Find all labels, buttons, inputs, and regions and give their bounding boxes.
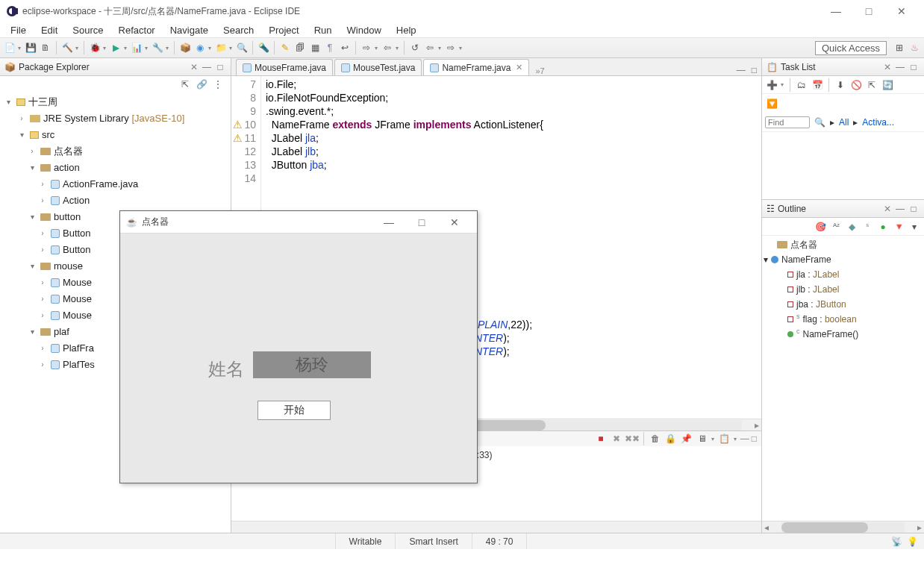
outline-field-jlb[interactable]: jlb : JLabel <box>796 282 839 297</box>
hide-fields-icon[interactable]: ◆ <box>845 220 858 234</box>
file-action[interactable]: Action <box>63 192 90 209</box>
task-filter-icon[interactable]: 🔽 <box>765 97 778 110</box>
new-icon[interactable]: 📄 <box>3 41 16 54</box>
window-close-button[interactable]: ✕ <box>885 0 918 22</box>
open-type-icon[interactable]: 🔍 <box>235 41 249 54</box>
hide-static-icon[interactable]: ˢ <box>861 220 874 234</box>
menu-run[interactable]: Run <box>307 23 340 37</box>
search-icon[interactable]: 🔦 <box>257 41 270 54</box>
pkg-plaf[interactable]: plaf <box>54 324 69 340</box>
hide-nonpublic-icon[interactable]: ● <box>876 220 890 234</box>
outline-h-scrollbar[interactable]: ◂▸ <box>762 521 924 533</box>
menu-help[interactable]: Help <box>389 23 424 37</box>
external-tools-icon[interactable]: 🔧 <box>151 41 164 54</box>
window-maximize-button[interactable]: □ <box>852 0 885 22</box>
minimize-icon[interactable]: — <box>894 61 906 73</box>
close-view-icon[interactable]: ✕ <box>190 62 198 72</box>
file-actionframe[interactable]: ActionFrame.java <box>63 176 138 192</box>
link-editor-icon[interactable]: 🔗 <box>195 78 208 91</box>
tip-icon[interactable]: 💡 <box>907 536 918 547</box>
close-tab-icon[interactable]: ✕ <box>513 63 522 72</box>
clear-console-icon[interactable]: 🗑 <box>649 432 662 445</box>
focus-icon[interactable]: ⬇ <box>834 78 847 92</box>
outline-field-flag[interactable]: flag : boolean <box>803 312 857 327</box>
categorize-icon[interactable]: 🗂 <box>795 78 808 92</box>
menu-source[interactable]: Source <box>65 23 110 37</box>
block-select-icon[interactable]: ▦ <box>308 41 322 54</box>
maximize-editor-icon[interactable]: □ <box>752 65 757 75</box>
minimize-editor-icon[interactable]: — <box>737 65 746 75</box>
terminate-icon[interactable]: ■ <box>594 432 608 445</box>
tab-overflow[interactable]: »7 <box>531 66 549 75</box>
menu-refactor[interactable]: Refactor <box>111 23 163 37</box>
menu-window[interactable]: Window <box>340 23 389 37</box>
remove-terminated-icon[interactable]: ✖ <box>610 432 623 445</box>
outline-field-jba[interactable]: jba : JButton <box>796 297 846 312</box>
console-h-scrollbar[interactable] <box>231 521 761 533</box>
view-menu-icon[interactable]: ▾ <box>908 220 921 234</box>
start-button[interactable]: 开始 <box>257 401 331 420</box>
menu-project[interactable]: Project <box>261 23 306 37</box>
scroll-lock-icon[interactable]: 🔒 <box>664 432 678 445</box>
pin-console-icon[interactable]: 📌 <box>680 432 693 445</box>
tab-mouseframe[interactable]: MouseFrame.java <box>236 59 333 75</box>
open-console-icon[interactable]: 📋 <box>718 432 731 445</box>
sort-icon[interactable]: ᴬᶻ <box>829 220 843 234</box>
remove-all-icon[interactable]: ✖✖ <box>625 432 639 445</box>
tab-mousetest[interactable]: MouseTest.java <box>334 59 422 75</box>
coverage-icon[interactable]: 📊 <box>130 41 143 54</box>
word-wrap-icon[interactable]: ↩ <box>338 41 352 54</box>
new-task-icon[interactable]: ➕ <box>765 78 778 92</box>
save-icon[interactable]: 💾 <box>24 41 37 54</box>
java-minimize-button[interactable]: — <box>372 211 405 234</box>
file-button-2[interactable]: Button <box>63 242 91 258</box>
window-minimize-button[interactable]: — <box>820 0 852 22</box>
minimize-icon[interactable]: — <box>201 61 213 73</box>
pkg-action[interactable]: action <box>54 160 80 176</box>
sync-icon[interactable]: 🔄 <box>881 78 894 92</box>
minimize-icon[interactable]: — <box>740 433 749 444</box>
run-icon[interactable]: ▶ <box>109 41 122 54</box>
java-perspective-icon[interactable]: ♨ <box>908 41 921 54</box>
java-maximize-button[interactable]: □ <box>405 211 438 234</box>
saveall-icon[interactable]: 🗎 <box>39 41 52 54</box>
task-all-link[interactable]: All <box>839 117 849 128</box>
close-view-icon[interactable]: ✕ <box>884 204 891 214</box>
maximize-icon[interactable]: □ <box>752 433 757 444</box>
rss-icon[interactable]: 📡 <box>891 536 902 547</box>
schedule-icon[interactable]: 📅 <box>811 78 824 92</box>
outline-pkg[interactable]: 点名器 <box>790 237 817 252</box>
pkg-button[interactable]: button <box>54 209 81 225</box>
menu-navigate[interactable]: Navigate <box>163 23 216 37</box>
new-folder-icon[interactable]: 📁 <box>214 41 228 54</box>
src-node[interactable]: src <box>42 127 54 143</box>
focus-icon[interactable]: 🎯 <box>814 220 827 234</box>
next-annotation-icon[interactable]: ⇨ <box>360 41 373 54</box>
file-plaftes[interactable]: PlafTes <box>63 357 95 373</box>
build-icon[interactable]: 🔨 <box>60 41 74 54</box>
quick-access-field[interactable]: Quick Access <box>815 41 887 55</box>
annotations-icon[interactable]: 🗐 <box>293 41 307 54</box>
outline-tree[interactable]: 点名器 ▾NameFrame jla : JLabel jlb : JLabel… <box>762 236 924 521</box>
outline-class[interactable]: NameFrame <box>781 252 831 267</box>
file-mouse-2[interactable]: Mouse <box>63 291 92 307</box>
tab-nameframe[interactable]: NameFrame.java✕ <box>423 59 529 75</box>
new-package-icon[interactable]: 📦 <box>178 41 192 54</box>
new-class-icon[interactable]: ◉ <box>193 41 207 54</box>
forward-icon[interactable]: ⇨ <box>444 41 458 54</box>
prev-annotation-icon[interactable]: ⇦ <box>381 41 394 54</box>
back-icon[interactable]: ⇦ <box>423 41 437 54</box>
display-selected-icon[interactable]: 🖥 <box>696 432 709 445</box>
open-perspective-icon[interactable]: ⊞ <box>893 41 906 54</box>
outline-ctor[interactable]: NameFrame() <box>803 327 859 342</box>
maximize-icon[interactable]: □ <box>908 61 920 73</box>
file-mouse-3[interactable]: Mouse <box>63 307 92 324</box>
view-menu-icon[interactable]: ⋮ <box>211 78 225 91</box>
debug-icon[interactable]: 🐞 <box>88 41 102 54</box>
pkg-mouse[interactable]: mouse <box>54 258 83 275</box>
task-find-input[interactable] <box>765 116 810 128</box>
find-search-icon[interactable]: 🔍 <box>814 117 825 128</box>
java-close-button[interactable]: ✕ <box>438 211 471 234</box>
close-view-icon[interactable]: ✕ <box>884 62 891 72</box>
minimize-icon[interactable]: — <box>894 203 906 215</box>
